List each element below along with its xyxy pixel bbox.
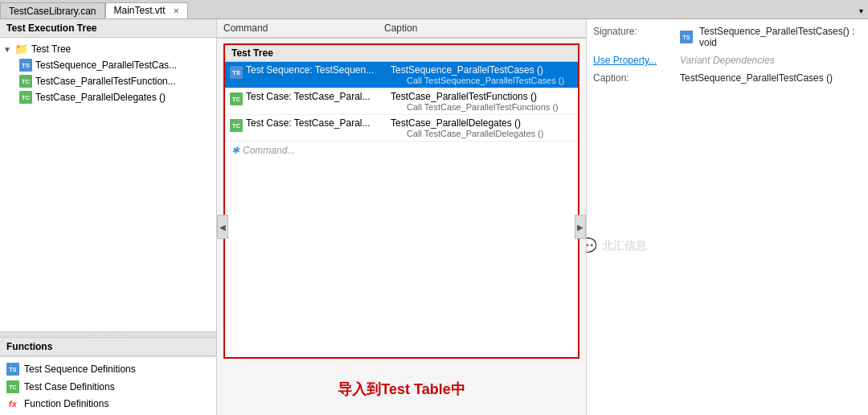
tab-label: TestCaseLibrary.can: [9, 6, 96, 17]
wechat-icon: 💬: [587, 236, 597, 256]
tree-item-label: TestCase_ParallelTestFunction...: [35, 76, 176, 87]
functions-area: TS Test Sequence Definitions TC Test Cas…: [0, 356, 216, 415]
tree-children: TS TestSequence_ParallelTestCas... TC Te…: [0, 57, 216, 105]
functions-header: Functions: [0, 338, 216, 356]
tree-item-case2[interactable]: TC TestCase_ParallelDelegates (): [13, 89, 216, 105]
cmd-caption-1: TestCase_ParallelTestFunctions (): [391, 91, 573, 102]
right-panel: Signature: TS TestSequence_ParallelTestC…: [587, 19, 868, 415]
cmd-main-0: Test Sequence: TestSequen...: [246, 64, 374, 76]
main-layout: Test Execution Tree ▼ 📁 Test Tree TS Tes…: [0, 19, 868, 415]
use-property-link[interactable]: Use Property...: [593, 55, 657, 66]
watermark-text: 北汇信息: [602, 239, 647, 253]
scroll-right-arrow[interactable]: ▶: [575, 215, 586, 239]
cmd-row-1[interactable]: TC Test Case: TestCase_Paral... TestCase…: [225, 88, 578, 115]
prop-variant-dependencies: Variant Dependencies: [680, 55, 775, 66]
cmd-row-0[interactable]: TS Test Sequence: TestSequen... TestSequ…: [225, 62, 578, 88]
tree-area: ▼ 📁 Test Tree TS TestSequence_ParallelTe…: [0, 38, 216, 331]
middle-panel: Command Caption ◀ ▶ Test Tree TS Test Se…: [217, 19, 587, 415]
tab-testcaselibrary[interactable]: TestCaseLibrary.can: [0, 2, 105, 18]
seq-icon: TS: [19, 59, 32, 72]
tree-item-label: TestCase_ParallelDelegates (): [35, 92, 166, 103]
cmd-right-0: TestSequence_ParallelTestCases () Call T…: [391, 64, 573, 85]
cmd-caption-0: TestSequence_ParallelTestCases (): [391, 64, 573, 76]
left-panel: Test Execution Tree ▼ 📁 Test Tree TS Tes…: [0, 19, 217, 415]
func-item-label: Function Definitions: [24, 398, 108, 409]
cmd-right-2: TestCase_ParallelDelegates () Call TestC…: [391, 117, 573, 138]
prop-row-use-property: Use Property... Variant Dependencies: [593, 55, 862, 66]
prop-row-signature: Signature: TS TestSequence_ParallelTestC…: [593, 26, 862, 48]
placeholder-star-icon: ✱: [231, 145, 240, 156]
func-item-label: Test Case Definitions: [24, 381, 115, 392]
prop-label-use-property: Use Property...: [593, 55, 674, 66]
prop-value-use-property: Variant Dependencies: [680, 55, 862, 66]
case-icon-1: TC: [230, 92, 243, 105]
sig-icon: TS: [680, 31, 693, 43]
cmd-placeholder-row[interactable]: ✱ Command...: [225, 142, 578, 159]
func-item-seq-def[interactable]: TS Test Sequence Definitions: [0, 360, 216, 378]
col-headers: Command Caption: [217, 19, 586, 39]
prop-value-signature: TS TestSequence_ParallelTestCases() : vo…: [680, 26, 862, 48]
execution-tree-header: Test Execution Tree: [0, 19, 216, 38]
func-case-icon: TC: [6, 380, 19, 393]
cmd-placeholder-text: Command...: [243, 145, 295, 156]
tree-item-label: TestSequence_ParallelTestCas...: [35, 60, 177, 71]
prop-label-signature: Signature:: [593, 26, 674, 37]
cmd-sub-1: Call TestCase_ParallelTestFunctions (): [391, 102, 573, 112]
func-item-label: Test Sequence Definitions: [24, 364, 136, 375]
middle-content: ◀ ▶ Test Tree TS Test Sequence: TestSequ…: [217, 39, 586, 415]
func-item-case-def[interactable]: TC Test Case Definitions: [0, 378, 216, 396]
prop-label-caption: Caption:: [593, 72, 674, 84]
chevron-down-icon: ▼: [3, 45, 11, 54]
folder-icon: 📁: [14, 43, 28, 55]
func-item-fn-def[interactable]: fx Function Definitions: [0, 396, 216, 412]
func-seq-icon: TS: [6, 363, 19, 376]
scroll-left-arrow[interactable]: ◀: [217, 215, 228, 239]
tree-root-label: Test Tree: [31, 43, 71, 55]
func-fn-icon: fx: [6, 398, 19, 409]
tab-dropdown[interactable]: ▾: [854, 2, 868, 18]
case-icon: TC: [19, 75, 32, 88]
tree-box-header: Test Tree: [225, 45, 578, 62]
cmd-left-2: TC Test Case: TestCase_Paral...: [230, 117, 391, 132]
case-icon: TC: [19, 91, 32, 104]
chevron-down-icon: ▾: [859, 6, 863, 15]
cmd-right-1: TestCase_ParallelTestFunctions () Call T…: [391, 91, 573, 112]
cmd-main-1: Test Case: TestCase_Paral...: [246, 91, 371, 102]
cmd-row-2[interactable]: TC Test Case: TestCase_Paral... TestCase…: [225, 115, 578, 142]
panel-divider[interactable]: · · · · · · · ·: [0, 331, 216, 338]
prop-row-caption: Caption: TestSequence_ParallelTestCases …: [593, 72, 862, 84]
cmd-sub-0: Call TestSequence_ParallelTestCases (): [391, 76, 573, 85]
tab-label: MainTest.vtt: [114, 5, 166, 16]
cmd-caption-2: TestCase_ParallelDelegates (): [391, 117, 573, 129]
cmd-main-2: Test Case: TestCase_Paral...: [246, 117, 371, 129]
tab-close-icon[interactable]: ✕: [173, 6, 179, 15]
col-caption-header: Caption: [384, 23, 417, 34]
tree-item-case1[interactable]: TC TestCase_ParallelTestFunction...: [13, 73, 216, 89]
case-icon-2: TC: [230, 119, 243, 132]
cmd-left-1: TC Test Case: TestCase_Paral...: [230, 91, 391, 105]
tree-item-seq[interactable]: TS TestSequence_ParallelTestCas...: [13, 57, 216, 73]
tab-bar: TestCaseLibrary.can MainTest.vtt ✕ ▾: [0, 0, 868, 19]
watermark: 💬 北汇信息: [587, 236, 845, 256]
cmd-left-0: TS Test Sequence: TestSequen...: [230, 64, 391, 79]
col-command-header: Command: [223, 23, 384, 34]
prop-value-caption: TestSequence_ParallelTestCases (): [680, 72, 862, 84]
center-text: 导入到Test Table中: [217, 364, 586, 415]
tree-box: Test Tree TS Test Sequence: TestSequen..…: [223, 43, 579, 359]
tab-maintest[interactable]: MainTest.vtt ✕: [105, 2, 188, 18]
prop-signature-text: TestSequence_ParallelTestCases() : void: [699, 26, 862, 48]
seq-icon-0: TS: [230, 66, 243, 79]
tree-root-row[interactable]: ▼ 📁 Test Tree: [0, 41, 216, 57]
cmd-sub-2: Call TestCase_ParallelDelegates (): [391, 129, 573, 138]
